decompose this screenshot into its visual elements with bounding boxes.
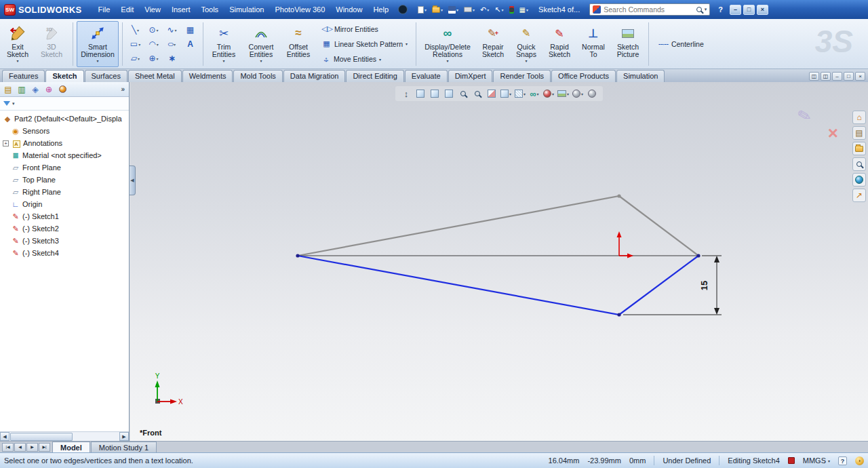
line-icon[interactable]: ╲▾ [126, 23, 144, 37]
menu-insert[interactable]: Insert [166, 3, 196, 16]
configurationmanager-icon[interactable]: ◈ [30, 84, 41, 95]
search-icon[interactable] [696, 7, 702, 12]
panel-splitter-handle[interactable]: ◀ [130, 165, 136, 195]
display-delete-relations-button[interactable]: ∞ Display/Delete Relations ▾ [420, 21, 475, 67]
tree-item-right-plane[interactable]: ▱ Right Plane [0, 186, 129, 198]
dimension-value[interactable]: 15 [699, 281, 709, 290]
menu-view[interactable]: View [139, 3, 166, 16]
dimxpertmanager-icon[interactable]: ⊕ [43, 84, 54, 95]
displaymanager-icon[interactable] [57, 84, 68, 95]
first-tab-button[interactable]: |◀ [2, 443, 14, 452]
parallelogram-icon[interactable]: ▱▾ [126, 52, 144, 66]
circle-icon[interactable]: ⊙▾ [144, 23, 163, 37]
next-tab-button[interactable]: ▶ [26, 443, 38, 452]
arc-icon[interactable]: ◠▾ [144, 37, 163, 52]
tree-item-sketch2[interactable]: ✎ (-) Sketch2 [0, 222, 129, 235]
menu-window[interactable]: Window [330, 3, 368, 16]
sketch-vertex[interactable] [296, 254, 299, 257]
tab-direct-editing[interactable]: Direct Editing [346, 70, 403, 82]
tree-item-origin[interactable]: ∟ Origin [0, 198, 129, 210]
tab-mold-tools[interactable]: Mold Tools [233, 70, 282, 82]
new-document-button[interactable]: ▾ [416, 3, 429, 16]
dock-pane-icon[interactable]: ◫ [809, 72, 819, 81]
tab-office-products[interactable]: Office Products [551, 70, 616, 82]
undo-button[interactable]: ↶▾ [478, 3, 491, 16]
select-button[interactable]: ↖▾ [492, 3, 505, 16]
model-tab[interactable]: Model [52, 442, 90, 452]
sketch-line-gray[interactable] [298, 196, 698, 256]
tab-simulation[interactable]: Simulation [616, 70, 665, 82]
normal-to-button[interactable]: ⊥ Normal To [577, 21, 610, 67]
tab-sketch[interactable]: Sketch [45, 70, 83, 82]
save-button[interactable]: ▾ [446, 3, 460, 16]
scroll-left-icon[interactable]: ◀ [0, 432, 9, 441]
minimize-window-icon[interactable]: – [730, 5, 741, 15]
polygon-icon[interactable]: ⊕▾ [144, 52, 163, 66]
menu-simulation[interactable]: Simulation [224, 3, 269, 16]
3d-sketch-button[interactable]: 3D 3D Sketch [34, 21, 69, 67]
scroll-right-icon[interactable]: ▶ [119, 432, 129, 441]
statusbar-help-icon[interactable]: ? [838, 456, 847, 465]
offset-entities-button[interactable]: ≈ Offset Entities [281, 21, 315, 67]
motion-study-tab[interactable]: Motion Study 1 [91, 442, 157, 452]
text-icon[interactable]: A [181, 37, 199, 52]
quick-snaps-button[interactable]: ✎ Quick Snaps ▾ [511, 21, 542, 67]
trim-entities-button[interactable]: ✂ Trim Entities ▾ [207, 21, 241, 67]
tree-item-top-plane[interactable]: ▱ Top Plane [0, 174, 129, 186]
tree-item-part[interactable]: ◆ Part2 (Default<<Default>_Displa [0, 113, 129, 125]
graphics-area[interactable]: ↕ ▾ ▾ ∞▾ ▾ ▾ ▾ ✎ × ⌂ ▤ ↗ [130, 82, 868, 441]
move-entities-button[interactable]: ↔↕ Move Entities ▾ [318, 53, 411, 65]
search-dropdown-icon[interactable]: ▾ [705, 7, 707, 12]
quick-tips-icon[interactable] [398, 5, 408, 14]
print-button[interactable]: ▾ [462, 3, 477, 16]
options-button[interactable]: ▦▾ [517, 3, 530, 16]
search-scope-icon[interactable] [593, 5, 601, 14]
menu-tools[interactable]: Tools [195, 3, 224, 16]
mirror-entities-button[interactable]: ◁▷ Mirror Entities [318, 23, 411, 35]
repair-sketch-button[interactable]: ✎+ Repair Sketch [477, 21, 509, 67]
help-button[interactable]: ? [718, 5, 723, 14]
sketch-vertex[interactable] [617, 194, 620, 197]
rapid-sketch-button[interactable]: ✎ Rapid Sketch [543, 21, 576, 67]
open-document-button[interactable]: ▾ [430, 3, 445, 16]
filter-icon[interactable] [3, 101, 10, 106]
menu-help[interactable]: Help [368, 3, 394, 16]
centerline-button[interactable]: ╌·╌ Centerline [652, 21, 710, 67]
sketch-vertex[interactable] [617, 313, 620, 316]
tree-item-sketch4[interactable]: ✎ (-) Sketch4 [0, 247, 129, 259]
sketch-pattern-icon[interactable]: ▦ [181, 23, 199, 37]
smart-dimension-button[interactable]: Smart Dimension ▾ [77, 21, 119, 67]
featuremanager-tree-icon[interactable]: ▤ [3, 84, 14, 95]
sketch-line-blue[interactable] [298, 256, 698, 315]
sketch-vertex[interactable] [696, 254, 700, 257]
doc-minimize-icon[interactable]: – [832, 72, 842, 81]
search-input[interactable] [604, 5, 693, 14]
doc-close-icon[interactable]: × [855, 72, 865, 81]
propertymanager-icon[interactable]: ▥ [16, 84, 27, 95]
panel-horizontal-scrollbar[interactable]: ◀ ▶ [0, 431, 129, 441]
panel-expand-icon[interactable]: » [121, 85, 126, 93]
tree-item-front-plane[interactable]: ▱ Front Plane [0, 161, 129, 174]
maximize-window-icon[interactable]: □ [743, 5, 755, 15]
undock-pane-icon[interactable]: ◫ [821, 72, 831, 81]
prev-tab-button[interactable]: ◀ [14, 443, 26, 452]
tab-data-migration[interactable]: Data Migration [283, 70, 346, 82]
tab-evaluate[interactable]: Evaluate [405, 70, 448, 82]
doc-restore-icon[interactable]: □ [844, 72, 854, 81]
tab-sheet-metal[interactable]: Sheet Metal [128, 70, 182, 82]
tab-surfaces[interactable]: Surfaces [85, 70, 127, 82]
close-window-icon[interactable]: × [757, 5, 768, 15]
expand-annotations-icon[interactable]: + [3, 140, 9, 147]
tree-item-annotations[interactable]: + A Annotations [0, 137, 129, 149]
menu-edit[interactable]: Edit [115, 3, 139, 16]
units-selector[interactable]: MMGS ▾ [803, 456, 830, 465]
sketch-picture-button[interactable]: Sketch Picture [611, 21, 645, 67]
rebuild-button[interactable] [507, 3, 516, 16]
linear-sketch-pattern-button[interactable]: ▦ Linear Sketch Pattern ▾ [318, 38, 411, 50]
last-tab-button[interactable]: ▶| [39, 443, 50, 452]
menu-photoview[interactable]: PhotoView 360 [269, 3, 330, 16]
convert-entities-button[interactable]: Convert Entities ▾ [242, 21, 280, 67]
ellipse-icon[interactable]: ○▾ [163, 37, 181, 52]
point-icon[interactable]: ∗ [163, 52, 181, 66]
exit-sketch-button[interactable]: Exit Sketch ▾ [3, 21, 33, 67]
